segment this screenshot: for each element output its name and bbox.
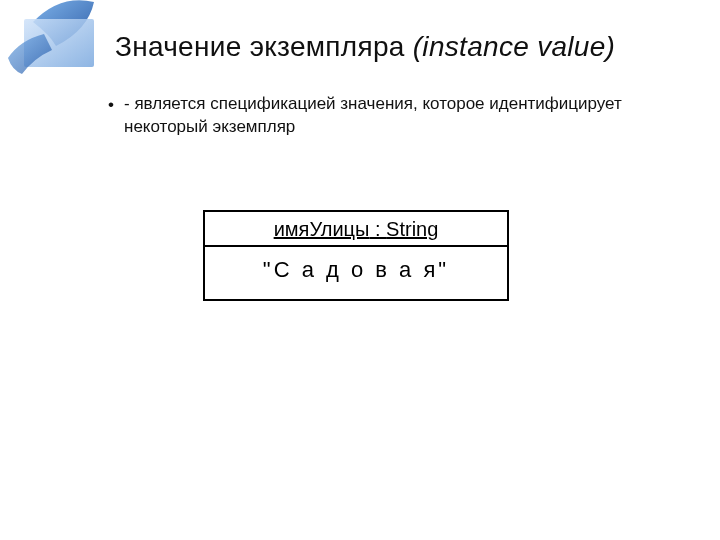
svg-rect-0 [24,19,94,67]
bullet-marker: • [108,93,124,139]
bullet-list: • - является спецификацией значения, кот… [108,93,693,139]
corner-decoration [0,0,105,85]
list-item: • - является спецификацией значения, кот… [108,93,693,139]
diagram-header: имяУлицы : String [205,212,507,247]
bullet-text: - является спецификацией значения, котор… [124,93,693,139]
instance-value: "С а д о в а я" [205,247,507,299]
slide-title: Значение экземпляра (instance value) [115,30,705,64]
title-roman: Значение экземпляра [115,31,413,62]
instance-value-diagram: имяУлицы : String "С а д о в а я" [203,210,509,301]
instance-name: имяУлицы [274,218,370,240]
instance-type: String [386,218,438,240]
type-separator: : [369,218,386,240]
title-italic: (instance value) [413,31,615,62]
